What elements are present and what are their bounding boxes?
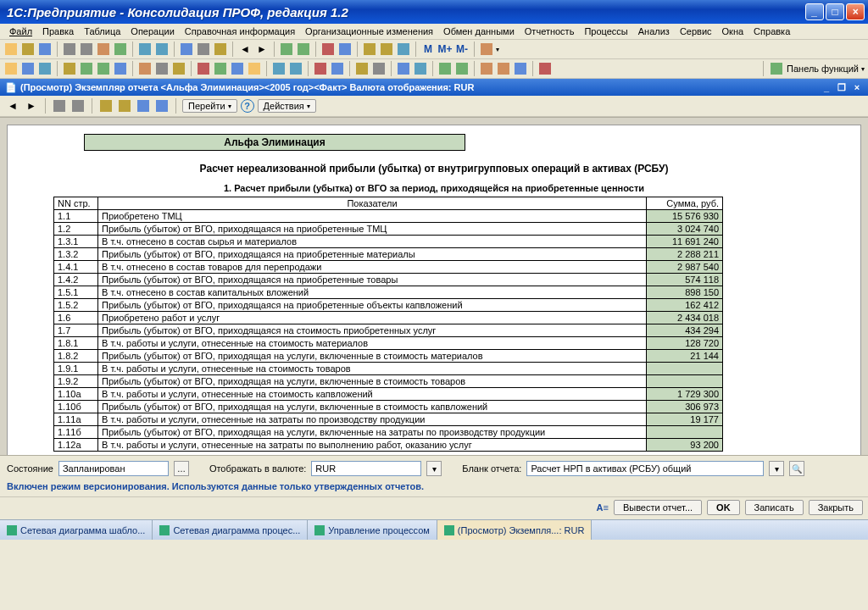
green2-icon[interactable] <box>96 61 111 76</box>
zoom-icon[interactable] <box>52 98 67 114</box>
link-icon[interactable] <box>437 61 453 76</box>
arrow-left-icon[interactable]: ◄ <box>237 42 253 57</box>
save-button[interactable]: Записать <box>745 500 804 515</box>
yellow-icon[interactable] <box>62 61 77 76</box>
diagram-icon[interactable] <box>513 61 528 76</box>
doc-icon[interactable] <box>3 61 19 76</box>
tree-expand-icon[interactable] <box>296 42 311 57</box>
help-icon[interactable]: ? <box>241 99 254 113</box>
menu-analysis[interactable]: Анализ <box>634 25 674 37</box>
new-icon[interactable] <box>3 42 19 57</box>
task-item-1[interactable]: Сетевая диаграмма шабло... <box>0 520 153 540</box>
window-minimize-button[interactable]: _ <box>805 3 824 20</box>
menu-exchange[interactable]: Обмен данными <box>439 25 519 37</box>
func-panel-label[interactable]: Панель функций <box>787 64 859 74</box>
next-icon[interactable]: ► <box>24 98 39 114</box>
users-icon[interactable] <box>137 61 153 76</box>
ref3-icon[interactable] <box>136 98 151 114</box>
menu-edit[interactable]: Правка <box>38 25 78 37</box>
db2-icon[interactable] <box>413 61 428 76</box>
currency-field[interactable] <box>311 461 421 476</box>
blank-dropdown-button[interactable]: ▾ <box>769 461 784 476</box>
menu-service[interactable]: Сервис <box>676 25 716 37</box>
m-plus-button[interactable]: M+ <box>437 42 453 57</box>
target-icon[interactable] <box>537 61 553 76</box>
close-button[interactable]: Закрыть <box>809 500 863 515</box>
list2-icon[interactable] <box>37 61 53 76</box>
erase-icon[interactable] <box>371 61 387 76</box>
save-icon[interactable] <box>37 42 53 57</box>
menu-operations[interactable]: Операции <box>126 25 178 37</box>
task-item-2[interactable]: Сетевая диаграмма процес... <box>153 520 308 540</box>
menu-table[interactable]: Таблица <box>80 25 125 37</box>
ref-icon[interactable] <box>98 98 114 114</box>
calc-icon[interactable] <box>196 42 211 57</box>
state-ellipsis-button[interactable]: … <box>174 461 189 476</box>
red-icon[interactable] <box>196 61 211 76</box>
menu-orgchanges[interactable]: Организационные изменения <box>301 25 437 37</box>
window-maximize-button[interactable]: □ <box>826 3 844 20</box>
copy-icon[interactable] <box>79 42 94 57</box>
gear-icon[interactable] <box>154 61 170 76</box>
refresh-icon[interactable] <box>320 42 336 57</box>
link2-icon[interactable] <box>454 61 470 76</box>
output-report-button[interactable]: Вывести отчет... <box>614 500 702 515</box>
puzzle-icon[interactable] <box>213 61 228 76</box>
m-minus-button[interactable]: M- <box>454 42 470 57</box>
blank-field[interactable] <box>526 461 764 476</box>
blank-lookup-button[interactable]: 🔍 <box>789 461 804 476</box>
task-item-3[interactable]: Управление процессом <box>308 520 437 540</box>
grid-icon[interactable] <box>271 61 287 76</box>
flag-icon[interactable] <box>313 61 328 76</box>
state-field[interactable] <box>58 461 169 476</box>
format-icon[interactable] <box>113 42 128 57</box>
arrow-right-icon[interactable]: ► <box>254 42 270 57</box>
currency-dropdown-button[interactable]: ▾ <box>426 461 442 476</box>
doc-close-button[interactable]: × <box>851 82 863 93</box>
folder-icon[interactable] <box>171 61 186 76</box>
grid2-icon[interactable] <box>288 61 303 76</box>
cut-icon[interactable] <box>62 42 77 57</box>
window-close-button[interactable]: × <box>846 3 865 20</box>
stack-icon[interactable] <box>230 61 245 76</box>
settings-icon[interactable] <box>479 42 494 57</box>
find-icon[interactable] <box>179 42 194 57</box>
menu-reference[interactable]: Справочная информация <box>181 25 299 37</box>
actions-button[interactable]: Действия ▾ <box>258 99 316 113</box>
zoom2-icon[interactable] <box>70 98 86 114</box>
m-button[interactable]: M <box>420 42 436 57</box>
doc-minimize-button[interactable]: _ <box>821 82 832 93</box>
menu-file[interactable]: Файл <box>5 25 36 37</box>
report-viewport[interactable]: Альфа Элиминация Расчет нереализованной … <box>0 117 868 456</box>
ok-button[interactable]: OK <box>707 500 740 515</box>
sheet-icon[interactable] <box>337 42 353 57</box>
green-icon[interactable] <box>79 61 94 76</box>
menu-windows[interactable]: Окна <box>718 25 748 37</box>
book-icon[interactable] <box>479 61 494 76</box>
list-icon[interactable] <box>20 61 36 76</box>
blue-icon[interactable] <box>113 61 128 76</box>
func-panel-icon[interactable] <box>769 61 784 76</box>
ref4-icon[interactable] <box>154 98 170 114</box>
goto-button[interactable]: Перейти ▾ <box>182 99 237 113</box>
report-icon[interactable] <box>247 61 262 76</box>
table2-icon[interactable] <box>379 42 394 57</box>
prev-icon[interactable]: ◄ <box>5 98 20 114</box>
open-icon[interactable] <box>20 42 36 57</box>
book2-icon[interactable] <box>496 61 511 76</box>
redo-icon[interactable] <box>154 42 170 57</box>
world-icon[interactable] <box>330 61 345 76</box>
tree-icon[interactable] <box>279 42 294 57</box>
undo-icon[interactable] <box>137 42 153 57</box>
chart-icon[interactable] <box>396 42 411 57</box>
menu-reporting[interactable]: Отчетность <box>520 25 579 37</box>
ref2-icon[interactable] <box>117 98 132 114</box>
paste-icon[interactable] <box>96 42 111 57</box>
db-icon[interactable] <box>396 61 411 76</box>
ruler-icon[interactable] <box>354 61 370 76</box>
task-item-4[interactable]: (Просмотр) Экземпля...: RUR <box>437 520 593 540</box>
calendar-icon[interactable] <box>213 42 228 57</box>
doc-restore-button[interactable]: ❐ <box>836 82 848 93</box>
menu-help[interactable]: Справка <box>749 25 794 37</box>
menu-processes[interactable]: Процессы <box>580 25 632 37</box>
